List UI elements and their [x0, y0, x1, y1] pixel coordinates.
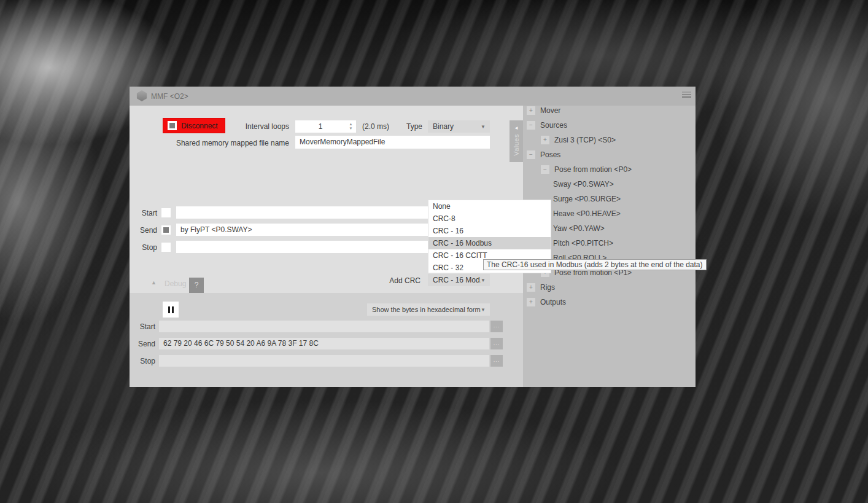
- expand-icon[interactable]: +: [527, 106, 535, 115]
- tree-item-outputs[interactable]: + Outputs: [523, 295, 696, 310]
- mmf-window: MMF <O2> Disconnect Interval loops 1 ▲ ▼…: [130, 87, 696, 387]
- debug-stop-more-button[interactable]: ...: [490, 355, 503, 367]
- debug-section-title[interactable]: Debug: [165, 279, 186, 288]
- debug-send-field[interactable]: 62 79 20 46 6C 79 50 54 20 A6 9A 78 3F 1…: [159, 338, 489, 349]
- crc-option-crc16-modbus[interactable]: CRC - 16 Modbus: [428, 237, 551, 249]
- mmf-name-input[interactable]: MoverMemoryMappedFile: [295, 136, 490, 149]
- desktop-background: MMF <O2> Disconnect Interval loops 1 ▲ ▼…: [0, 0, 868, 503]
- tree-item-mover[interactable]: + Mover: [523, 103, 696, 118]
- collapse-icon[interactable]: −: [541, 165, 549, 174]
- tree-item-poses[interactable]: − Poses: [523, 147, 696, 162]
- tree-item-zusi3[interactable]: + Zusi 3 (TCP) <S0>: [523, 133, 696, 147]
- byte-format-dropdown[interactable]: Show the bytes in hexadecimal format ▼: [367, 303, 490, 316]
- send-row-label: Send: [133, 226, 157, 235]
- spinner-down-icon[interactable]: ▼: [349, 127, 353, 131]
- chevron-down-icon: ▼: [481, 124, 490, 130]
- expand-icon[interactable]: +: [527, 298, 535, 306]
- window-title: MMF <O2>: [151, 92, 188, 101]
- debug-stop-label: Stop: [130, 357, 155, 365]
- collapse-icon[interactable]: −: [527, 150, 535, 159]
- debug-start-field[interactable]: [159, 321, 489, 332]
- debug-help-button[interactable]: ?: [189, 278, 204, 293]
- debug-panel: Show the bytes in hexadecimal format ▼ S…: [130, 293, 523, 387]
- chevron-down-icon: ▼: [481, 307, 490, 313]
- values-tab[interactable]: ◄ Values: [510, 120, 523, 162]
- tree-item-sway[interactable]: Sway <P0.SWAY>: [523, 177, 696, 192]
- interval-loops-value[interactable]: 1: [295, 120, 346, 133]
- debug-collapse-icon[interactable]: ▲: [151, 279, 157, 286]
- expand-icon[interactable]: +: [541, 136, 549, 144]
- debug-start-more-button[interactable]: ...: [490, 321, 503, 332]
- start-checkbox[interactable]: [161, 208, 171, 217]
- pause-button[interactable]: [163, 302, 179, 318]
- tree-item-pose-p0[interactable]: − Pose from motion <P0>: [523, 162, 696, 177]
- spinner-up-icon[interactable]: ▲: [349, 122, 353, 127]
- debug-send-more-button[interactable]: ...: [490, 338, 503, 349]
- add-crc-dropdown[interactable]: CRC - 16 Mod... ▼: [428, 274, 490, 286]
- interval-loops-label: Interval loops: [215, 122, 289, 131]
- interval-loops-input[interactable]: 1 ▲ ▼: [295, 120, 356, 133]
- stop-row-label: Stop: [133, 243, 157, 252]
- debug-send-label: Send: [130, 340, 155, 348]
- debug-start-label: Start: [130, 322, 155, 331]
- add-crc-label: Add CRC: [359, 276, 420, 285]
- interval-ms-text: (2.0 ms): [362, 122, 389, 131]
- collapse-icon[interactable]: −: [527, 121, 535, 130]
- crc-option-crc16[interactable]: CRC - 16: [428, 225, 551, 237]
- type-dropdown[interactable]: Binary ▼: [428, 120, 490, 133]
- byte-format-value: Show the bytes in hexadecimal format: [367, 306, 481, 313]
- start-row-label: Start: [133, 209, 157, 217]
- interval-spinner[interactable]: ▲ ▼: [346, 120, 356, 133]
- crc-option-crc8[interactable]: CRC-8: [428, 213, 551, 225]
- crc-modbus-tooltip: The CRC-16 used in Modbus (adds 2 bytes …: [483, 259, 707, 270]
- hamburger-menu-icon[interactable]: [682, 92, 691, 99]
- arrow-left-icon: ◄: [514, 125, 519, 131]
- crc-option-none[interactable]: None: [428, 200, 551, 213]
- add-crc-value: CRC - 16 Mod...: [428, 276, 481, 284]
- connect-checkbox[interactable]: [168, 121, 177, 130]
- expand-icon[interactable]: +: [527, 283, 535, 292]
- send-checkbox[interactable]: [161, 225, 171, 235]
- hexagon-app-icon: [136, 90, 147, 101]
- tree-item-sources[interactable]: − Sources: [523, 118, 696, 133]
- type-label: Type: [406, 122, 422, 131]
- stop-checkbox[interactable]: [161, 243, 171, 252]
- tree-item-rigs[interactable]: + Rigs: [523, 280, 696, 295]
- type-value: Binary: [428, 122, 481, 131]
- debug-stop-field[interactable]: [159, 355, 489, 367]
- chevron-down-icon: ▼: [481, 278, 490, 283]
- values-tab-label: Values: [513, 134, 520, 156]
- mmf-name-label: Shared memory mapped file name: [166, 139, 289, 147]
